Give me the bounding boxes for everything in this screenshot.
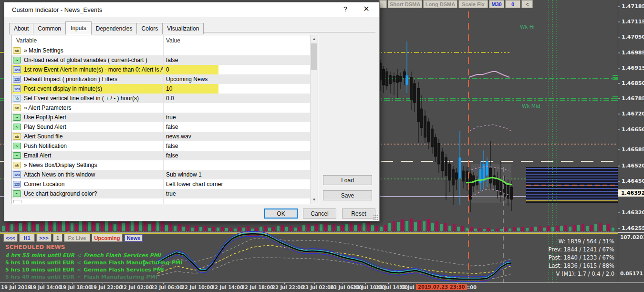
variable-cell: abAlert Sound file <box>11 132 163 141</box>
table-row[interactable]: ½Set Event vertical line offset in ( + /… <box>11 94 318 103</box>
value-cell[interactable]: 0.0 <box>163 95 174 102</box>
tab-visualization[interactable]: Visualization <box>162 23 204 34</box>
time-label: 22 Jul 10:00 <box>181 285 213 290</box>
value-cell[interactable]: false <box>163 57 178 63</box>
table-row[interactable]: ~Play Sound Alertfalse <box>11 122 318 132</box>
scheduled-news-title: SCHEDULED NEWS <box>5 244 182 250</box>
news-zone-box <box>526 167 618 203</box>
toolbar-button-m30[interactable]: M30 <box>489 0 504 8</box>
toolbar-button-0[interactable]: 0 <box>505 0 520 8</box>
variable-label: Default Impact ( prioritization ) Filter… <box>24 76 117 83</box>
table-row[interactable]: 1231st row Event Alert in minute(s) - mo… <box>11 65 318 74</box>
subwindow-scale-top: 107.0201 <box>620 234 644 240</box>
value-cell[interactable]: false <box>163 152 178 159</box>
value-cell[interactable]: Upcoming News <box>163 76 208 83</box>
int-type-icon: 123 <box>13 76 21 83</box>
table-row[interactable]: abAlert Sound filenews.wav <box>11 132 318 141</box>
time-tick <box>284 283 285 284</box>
news-item: 5 hrs 10 mins until EUR<German Flash Man… <box>5 259 182 266</box>
table-row[interactable]: ~Use chart background color?true <box>11 189 318 198</box>
value-cell[interactable]: Sub window 1 <box>163 171 202 178</box>
toolbar-button-scale-fix[interactable]: Scale Fix <box>458 0 488 8</box>
table-row[interactable]: 123Corner LocationLeft lower chart corne… <box>11 179 318 189</box>
time-tick <box>365 283 366 284</box>
table-row[interactable]: ab» News Box/Display Settings <box>11 160 318 170</box>
value-cell[interactable]: 10 <box>163 85 172 92</box>
variable-cell: ~Use PopUp Alert <box>11 113 163 122</box>
price-label: 1.46255 <box>622 225 644 231</box>
value-cell[interactable]: Left lower chart corner <box>163 181 223 188</box>
scroll-down-icon[interactable]: ▼ <box>311 196 318 204</box>
resize-grip[interactable] <box>373 215 378 220</box>
cancel-button[interactable]: Cancel <box>303 209 336 219</box>
variable-cell: ½Set Event vertical line offset in ( + /… <box>11 94 163 103</box>
variable-cell: ~Push Notification <box>11 141 163 151</box>
table-row[interactable]: ~Use PopUp Alerttrue <box>11 113 318 122</box>
value-cell[interactable]: news.wav <box>163 133 191 140</box>
subwindow-button-upcoming[interactable]: Upcoming <box>92 234 123 242</box>
save-button[interactable]: Save <box>323 190 372 200</box>
tab-inputs[interactable]: Inputs <box>65 21 92 35</box>
dialog-tabs: AboutCommonInputsDependenciesColorsVisua… <box>9 21 203 34</box>
variable-label: Use chart background color? <box>24 190 97 197</box>
tab-common[interactable]: Common <box>33 23 66 34</box>
value-cell[interactable]: false <box>163 124 178 130</box>
subwindow-button-fx-live[interactable]: Fx Live <box>64 234 90 242</box>
table-row[interactable]: ~Email Alertfalse <box>11 151 318 160</box>
reset-button[interactable]: Reset <box>342 209 375 219</box>
value-cell[interactable]: true <box>163 190 176 197</box>
scroll-up-icon[interactable]: ▲ <box>311 35 318 43</box>
time-label: 19 Jul 22:00 <box>90 285 122 290</box>
table-row[interactable]: 123Post-event display in minute(s)10 <box>11 84 318 94</box>
table-row[interactable]: ab» Alert Parameters <box>11 103 318 113</box>
toolbar-button-<[interactable]: < <box>521 0 533 8</box>
help-button[interactable]: ? <box>339 5 352 14</box>
tab-about[interactable]: About <box>9 23 33 34</box>
toolbar-button-blank[interactable] <box>379 0 387 8</box>
scroll-thumb[interactable] <box>311 43 317 70</box>
price-label: 1.46985 <box>622 50 644 56</box>
value-cell[interactable]: false <box>163 143 178 149</box>
time-tick <box>314 283 315 284</box>
subwindow-button-h1[interactable]: H1 <box>19 234 35 242</box>
mt4-chart-window: Short DSMALong DSMAScale FixM300< Wk Hi … <box>0 0 644 292</box>
scheduled-news-list: 4 hrs 55 mins until EUR<French Flash Ser… <box>5 252 182 281</box>
price-label: 1.47115 <box>622 19 644 25</box>
inputs-table[interactable]: Variable Value ab» Main Settings~On-load… <box>11 35 318 204</box>
subwindow-button-1[interactable]: 1 <box>53 234 62 242</box>
table-header: Variable Value <box>11 35 318 46</box>
column-divider <box>163 35 164 204</box>
table-row[interactable]: ~Push Notificationfalse <box>11 141 318 151</box>
time-tick <box>343 283 343 284</box>
subwindow-button-news[interactable]: News <box>124 234 143 242</box>
table-scrollbar[interactable]: ▲ ▼ <box>310 35 318 204</box>
table-row[interactable]: ~On-load reset of global variables ( cur… <box>11 55 318 65</box>
dialog-titlebar[interactable]: Custom Indicator - News_Events ? ✕ <box>4 2 379 17</box>
table-row[interactable]: ab» Main Settings <box>11 46 318 55</box>
table-row[interactable]: 123Default Impact ( prioritization ) Fil… <box>11 74 318 84</box>
bool-type-icon: ~ <box>13 114 21 121</box>
time-axis[interactable]: 19 Jul 201919 Jul 14:0019 Jul 18:0019 Ju… <box>0 282 644 292</box>
table-row[interactable]: 123Attach News on this windowSub window … <box>11 170 318 179</box>
variable-label: Set Event vertical line offset in ( + / … <box>24 95 139 102</box>
subwindow-button--[interactable]: >>> <box>36 234 52 242</box>
news-event: German Flash Services PMI <box>83 267 164 273</box>
value-cell[interactable]: 0 <box>163 66 169 73</box>
table-rows: ab» Main Settings~On-load reset of globa… <box>11 46 318 203</box>
price-scale[interactable]: 1.46392 107.0201 0.05171 1.471851.471151… <box>618 0 644 282</box>
variable-label: Post-event display in minute(s) <box>24 85 102 92</box>
tab-dependencies[interactable]: Dependencies <box>91 23 137 34</box>
ok-button[interactable]: OK <box>264 209 298 219</box>
tab-colors[interactable]: Colors <box>136 23 163 34</box>
subwindow-button--[interactable]: <<< <box>3 234 18 242</box>
custom-indicator-dialog: Custom Indicator - News_Events ? ✕ About… <box>4 2 380 221</box>
toolbar-button-short-dsma[interactable]: Short DSMA <box>388 0 422 8</box>
time-tick <box>194 283 194 284</box>
load-button[interactable]: Load <box>323 175 372 185</box>
toolbar-button-long-dsma[interactable]: Long DSMA <box>423 0 457 8</box>
variable-label: Alert Sound file <box>24 133 62 140</box>
value-cell[interactable]: true <box>163 114 176 121</box>
variable-cell: ~On-load reset of global variables ( cur… <box>11 55 163 65</box>
close-icon[interactable]: ✕ <box>359 4 374 15</box>
time-tick <box>13 283 14 284</box>
